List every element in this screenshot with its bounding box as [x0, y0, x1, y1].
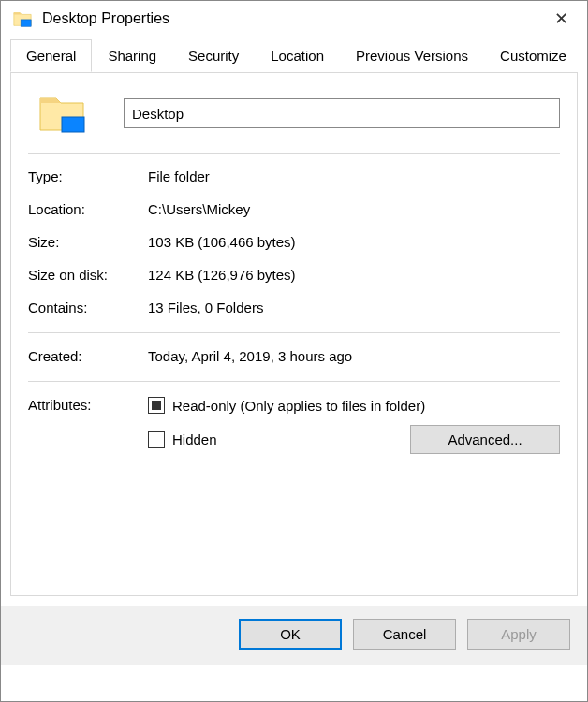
row-created: Created: Today, April 4, 2019, 3 hours a…	[28, 348, 560, 364]
created-label: Created:	[28, 348, 148, 364]
button-bar: OK Cancel Apply	[1, 606, 587, 665]
header-row	[28, 93, 560, 134]
tab-previous-versions[interactable]: Previous Versions	[340, 39, 484, 72]
tab-general[interactable]: General	[10, 39, 92, 72]
tab-location[interactable]: Location	[255, 39, 340, 72]
advanced-button[interactable]: Advanced...	[410, 425, 560, 454]
row-location: Location: C:\Users\Mickey	[28, 201, 560, 217]
location-value: C:\Users\Mickey	[148, 201, 250, 217]
created-value: Today, April 4, 2019, 3 hours ago	[148, 348, 352, 364]
window-title: Desktop Properties	[42, 10, 547, 27]
attributes-section: Attributes: Read-only (Only applies to f…	[28, 397, 560, 454]
readonly-label: Read-only (Only applies to files in fold…	[172, 398, 425, 414]
readonly-row: Read-only (Only applies to files in fold…	[148, 397, 560, 414]
attributes-label: Attributes:	[28, 397, 148, 454]
tab-customize[interactable]: Customize	[484, 39, 582, 72]
row-size: Size: 103 KB (106,466 bytes)	[28, 234, 560, 250]
tab-sharing[interactable]: Sharing	[92, 39, 172, 72]
type-value: File folder	[148, 168, 210, 184]
row-type: Type: File folder	[28, 168, 560, 184]
separator	[28, 381, 560, 382]
location-label: Location:	[28, 201, 148, 217]
contains-value: 13 Files, 0 Folders	[148, 300, 263, 315]
readonly-checkbox[interactable]	[148, 397, 165, 414]
hidden-checkbox[interactable]	[148, 431, 165, 448]
tab-panel-general: Type: File folder Location: C:\Users\Mic…	[10, 72, 578, 596]
contains-label: Contains:	[28, 300, 148, 315]
folder-name-input[interactable]	[124, 98, 560, 128]
row-contains: Contains: 13 Files, 0 Folders	[28, 300, 560, 315]
svg-rect-1	[62, 117, 84, 132]
folder-icon	[12, 8, 33, 29]
size-value: 103 KB (106,466 bytes)	[148, 234, 296, 250]
tab-security[interactable]: Security	[172, 39, 255, 72]
titlebar: Desktop Properties ✕	[1, 1, 587, 38]
size-on-disk-label: Size on disk:	[28, 267, 148, 283]
separator	[28, 332, 560, 333]
size-label: Size:	[28, 234, 148, 250]
hidden-row: Hidden	[148, 431, 217, 448]
folder-large-icon	[37, 93, 86, 134]
client-area: General Sharing Security Location Previo…	[1, 38, 587, 606]
apply-button[interactable]: Apply	[467, 619, 570, 650]
row-size-on-disk: Size on disk: 124 KB (126,976 bytes)	[28, 267, 560, 283]
ok-button[interactable]: OK	[239, 619, 342, 650]
close-button[interactable]: ✕	[547, 8, 576, 29]
separator	[28, 153, 560, 154]
size-on-disk-value: 124 KB (126,976 bytes)	[148, 267, 296, 283]
svg-rect-0	[21, 20, 31, 26]
type-label: Type:	[28, 168, 148, 184]
tabs: General Sharing Security Location Previo…	[10, 39, 578, 73]
cancel-button[interactable]: Cancel	[353, 619, 456, 650]
hidden-label: Hidden	[172, 431, 217, 447]
